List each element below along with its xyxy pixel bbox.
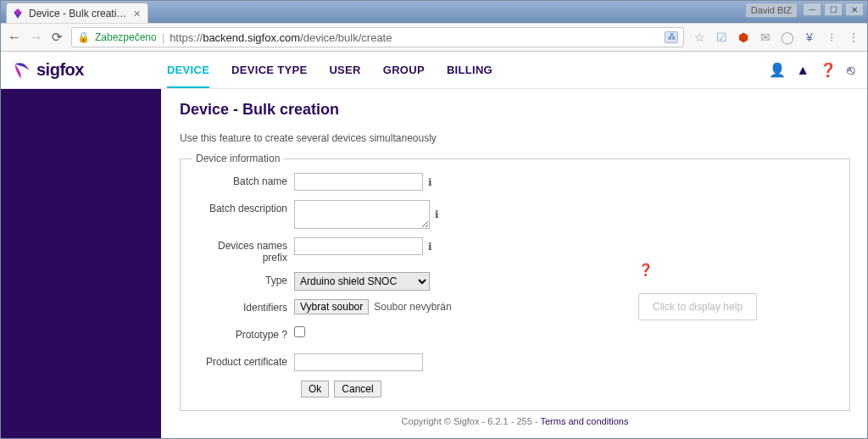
nav-group[interactable]: GROUP	[383, 52, 425, 88]
page-title: Device - Bulk creation	[180, 101, 850, 119]
brand-name: sigfox	[36, 60, 84, 80]
settings-ext-icon[interactable]: ⁝	[825, 31, 838, 44]
secure-label: Zabezpečeno	[95, 31, 157, 43]
help-icon[interactable]: ❓	[820, 62, 837, 78]
app-body: Device - Bulk creation Use this feature …	[1, 89, 867, 438]
translate-icon[interactable]: ⁂	[665, 31, 678, 43]
browser-tab[interactable]: Device - Bulk creati… ×	[6, 3, 148, 23]
prefix-label: Devices names prefix	[192, 237, 294, 264]
logout-icon[interactable]: ⎋	[847, 63, 855, 78]
sidebar	[1, 89, 161, 438]
figure-ext-icon[interactable]: ¥	[803, 31, 816, 44]
identifiers-label: Identifiers	[192, 299, 294, 314]
fieldset-legend: Device information	[192, 153, 283, 164]
page: sigfox DEVICE DEVICE TYPE USER GROUP BIL…	[1, 52, 867, 438]
window-close-button[interactable]: ✕	[845, 3, 864, 16]
content: Device - Bulk creation Use this feature …	[161, 89, 867, 438]
file-status: Soubor nevybrán	[374, 301, 451, 313]
form-buttons: Ok Cancel	[301, 381, 837, 397]
info-icon[interactable]: ℹ	[428, 241, 432, 253]
alert-icon[interactable]: ▲	[796, 63, 810, 78]
nav-device-type[interactable]: DEVICE TYPE	[231, 52, 307, 88]
prototype-label: Prototype ?	[192, 326, 294, 341]
tab-title: Device - Bulk creati…	[29, 8, 126, 19]
batch-description-label: Batch description	[192, 200, 294, 214]
browser-toolbar: ← → ⟳ 🔒 Zabezpečeno | https://backend.si…	[1, 23, 867, 52]
address-bar[interactable]: 🔒 Zabezpečeno | https://backend.sigfox.c…	[71, 27, 684, 47]
forward-button[interactable]: →	[30, 30, 43, 45]
choose-file-button[interactable]: Vybrat soubor	[294, 299, 369, 314]
window-maximize-button[interactable]: ☐	[824, 3, 843, 16]
checkbox-ext-icon[interactable]: ☑	[715, 31, 728, 44]
browser-window: Device - Bulk creati… × David BIZ ─ ☐ ✕ …	[0, 0, 868, 439]
brand-logo[interactable]: sigfox	[13, 60, 84, 80]
user-icon[interactable]: 👤	[769, 62, 786, 78]
nav-device[interactable]: DEVICE	[167, 52, 209, 88]
type-label: Type	[192, 272, 294, 286]
titlebar: Device - Bulk creati… × David BIZ ─ ☐ ✕	[1, 1, 867, 23]
footer-copyright: Copyright © Sigfox - 6.2.1 - 255 -	[402, 416, 541, 426]
nav-billing[interactable]: BILLING	[447, 52, 492, 88]
info-icon[interactable]: ℹ	[435, 208, 439, 220]
lock-icon: 🔒	[77, 31, 90, 43]
main-nav: DEVICE DEVICE TYPE USER GROUP BILLING	[167, 52, 492, 88]
reload-button[interactable]: ⟳	[52, 30, 63, 45]
cancel-button[interactable]: Cancel	[334, 381, 381, 397]
type-select[interactable]: Arduino shield SNOC	[294, 272, 430, 291]
header-right: 👤 ▲ ❓ ⎋	[769, 62, 855, 78]
help-column: ❓ Click to display help	[638, 263, 757, 320]
batch-name-label: Batch name	[192, 173, 294, 187]
terms-link[interactable]: Terms and conditions	[540, 416, 628, 426]
help-box[interactable]: Click to display help	[638, 293, 757, 320]
tab-close-icon[interactable]: ×	[131, 7, 142, 20]
extension-icons: ☆ ☑ ⬢ ✉ ◯ ¥ ⁝ ⋮	[693, 31, 860, 44]
mail-ext-icon[interactable]: ✉	[759, 31, 772, 44]
divider: |	[162, 31, 164, 44]
window-controls: ─ ☐ ✕	[803, 3, 864, 16]
product-cert-input[interactable]	[294, 353, 423, 371]
back-button[interactable]: ←	[8, 30, 21, 45]
favicon	[12, 8, 24, 19]
footer: Copyright © Sigfox - 6.2.1 - 255 - Terms…	[180, 411, 850, 431]
window-minimize-button[interactable]: ─	[803, 3, 821, 16]
menu-icon[interactable]: ⋮	[847, 31, 860, 44]
batch-description-input[interactable]	[294, 200, 430, 229]
batch-name-input[interactable]	[294, 173, 423, 191]
prototype-checkbox[interactable]	[294, 326, 305, 337]
ok-button[interactable]: Ok	[301, 381, 329, 397]
prefix-input[interactable]	[294, 237, 423, 255]
star-icon[interactable]: ☆	[693, 31, 706, 44]
window-user-badge[interactable]: David BIZ	[745, 3, 798, 18]
help-question-icon[interactable]: ❓	[638, 263, 757, 276]
device-info-fieldset: Device information Batch name ℹ Batch de…	[180, 153, 850, 411]
office-ext-icon[interactable]: ⬢	[737, 31, 750, 44]
info-icon[interactable]: ℹ	[428, 176, 432, 188]
nav-user[interactable]: USER	[329, 52, 360, 88]
sigfox-logo-icon	[13, 61, 31, 80]
product-cert-label: Product certificate	[192, 353, 294, 368]
app-header: sigfox DEVICE DEVICE TYPE USER GROUP BIL…	[1, 52, 867, 89]
circle-ext-icon[interactable]: ◯	[781, 31, 794, 44]
page-subtitle: Use this feature to create several devic…	[180, 132, 850, 144]
url-text: https://backend.sigfox.com/device/bulk/c…	[170, 31, 392, 44]
